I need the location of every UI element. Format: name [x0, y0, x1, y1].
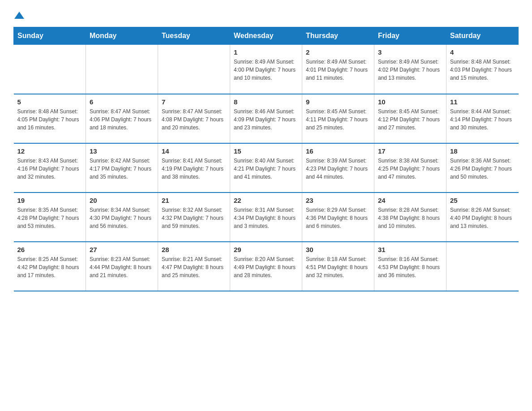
day-number: 13 [90, 147, 154, 155]
day-info: Sunrise: 8:41 AM Sunset: 4:19 PM Dayligh… [162, 157, 226, 181]
calendar-cell: 7Sunrise: 8:47 AM Sunset: 4:08 PM Daylig… [158, 94, 230, 143]
day-number: 25 [450, 197, 515, 204]
calendar-cell: 13Sunrise: 8:42 AM Sunset: 4:17 PM Dayli… [86, 143, 158, 193]
col-header-thursday: Thursday [302, 27, 374, 45]
day-info: Sunrise: 8:20 AM Sunset: 4:49 PM Dayligh… [234, 255, 298, 279]
calendar-cell: 22Sunrise: 8:31 AM Sunset: 4:34 PM Dayli… [230, 193, 302, 242]
col-header-saturday: Saturday [446, 27, 519, 45]
calendar-cell: 2Sunrise: 8:49 AM Sunset: 4:01 PM Daylig… [302, 45, 374, 94]
day-number: 15 [234, 147, 298, 155]
calendar-cell: 1Sunrise: 8:49 AM Sunset: 4:00 PM Daylig… [230, 45, 302, 94]
day-info: Sunrise: 8:32 AM Sunset: 4:32 PM Dayligh… [162, 206, 226, 230]
day-number: 31 [378, 246, 442, 253]
week-row-4: 19Sunrise: 8:35 AM Sunset: 4:28 PM Dayli… [14, 193, 519, 242]
calendar-cell: 24Sunrise: 8:28 AM Sunset: 4:38 PM Dayli… [374, 193, 446, 242]
calendar-cell: 9Sunrise: 8:45 AM Sunset: 4:11 PM Daylig… [302, 94, 374, 143]
day-number: 20 [90, 197, 154, 204]
day-info: Sunrise: 8:36 AM Sunset: 4:26 PM Dayligh… [450, 157, 515, 181]
calendar-cell: 11Sunrise: 8:44 AM Sunset: 4:14 PM Dayli… [446, 94, 519, 143]
calendar-cell: 5Sunrise: 8:48 AM Sunset: 4:05 PM Daylig… [14, 94, 86, 143]
day-info: Sunrise: 8:26 AM Sunset: 4:40 PM Dayligh… [450, 206, 515, 230]
calendar-cell: 19Sunrise: 8:35 AM Sunset: 4:28 PM Dayli… [14, 193, 86, 242]
day-number: 2 [306, 48, 370, 56]
day-info: Sunrise: 8:49 AM Sunset: 4:02 PM Dayligh… [378, 58, 442, 82]
day-number: 11 [450, 98, 515, 106]
day-number: 22 [234, 197, 298, 204]
day-number: 21 [162, 197, 226, 204]
calendar-cell: 17Sunrise: 8:38 AM Sunset: 4:25 PM Dayli… [374, 143, 446, 193]
day-info: Sunrise: 8:47 AM Sunset: 4:06 PM Dayligh… [90, 107, 154, 132]
day-info: Sunrise: 8:49 AM Sunset: 4:01 PM Dayligh… [306, 58, 370, 82]
day-info: Sunrise: 8:47 AM Sunset: 4:08 PM Dayligh… [162, 107, 226, 132]
calendar-cell: 8Sunrise: 8:46 AM Sunset: 4:09 PM Daylig… [230, 94, 302, 143]
day-number: 26 [17, 246, 82, 253]
calendar-cell [446, 242, 519, 291]
day-info: Sunrise: 8:43 AM Sunset: 4:16 PM Dayligh… [17, 157, 82, 181]
calendar-cell: 26Sunrise: 8:25 AM Sunset: 4:42 PM Dayli… [14, 242, 86, 291]
col-header-sunday: Sunday [14, 27, 86, 45]
day-info: Sunrise: 8:42 AM Sunset: 4:17 PM Dayligh… [90, 157, 154, 181]
day-info: Sunrise: 8:34 AM Sunset: 4:30 PM Dayligh… [90, 206, 154, 230]
calendar-cell: 25Sunrise: 8:26 AM Sunset: 4:40 PM Dayli… [446, 193, 519, 242]
day-info: Sunrise: 8:40 AM Sunset: 4:21 PM Dayligh… [234, 157, 298, 181]
calendar-cell: 16Sunrise: 8:39 AM Sunset: 4:23 PM Dayli… [302, 143, 374, 193]
col-header-monday: Monday [86, 27, 158, 45]
day-number: 10 [378, 98, 442, 106]
day-number: 7 [162, 98, 226, 106]
calendar-cell: 18Sunrise: 8:36 AM Sunset: 4:26 PM Dayli… [446, 143, 519, 193]
day-info: Sunrise: 8:31 AM Sunset: 4:34 PM Dayligh… [234, 206, 298, 230]
calendar-cell: 30Sunrise: 8:18 AM Sunset: 4:51 PM Dayli… [302, 242, 374, 291]
calendar-cell: 14Sunrise: 8:41 AM Sunset: 4:19 PM Dayli… [158, 143, 230, 193]
day-info: Sunrise: 8:46 AM Sunset: 4:09 PM Dayligh… [234, 107, 298, 132]
calendar-header: SundayMondayTuesdayWednesdayThursdayFrid… [14, 27, 519, 45]
day-info: Sunrise: 8:39 AM Sunset: 4:23 PM Dayligh… [306, 157, 370, 181]
calendar-cell: 12Sunrise: 8:43 AM Sunset: 4:16 PM Dayli… [14, 143, 86, 193]
calendar-table: SundayMondayTuesdayWednesdayThursdayFrid… [13, 27, 519, 291]
day-number: 16 [306, 147, 370, 155]
calendar-cell: 3Sunrise: 8:49 AM Sunset: 4:02 PM Daylig… [374, 45, 446, 94]
day-info: Sunrise: 8:23 AM Sunset: 4:44 PM Dayligh… [90, 255, 154, 279]
day-number: 9 [306, 98, 370, 106]
page-header [13, 9, 519, 18]
day-number: 3 [378, 48, 442, 56]
day-info: Sunrise: 8:48 AM Sunset: 4:05 PM Dayligh… [17, 107, 82, 132]
calendar-cell: 31Sunrise: 8:16 AM Sunset: 4:53 PM Dayli… [374, 242, 446, 291]
calendar-cell: 27Sunrise: 8:23 AM Sunset: 4:44 PM Dayli… [86, 242, 158, 291]
calendar-cell: 28Sunrise: 8:21 AM Sunset: 4:47 PM Dayli… [158, 242, 230, 291]
day-number: 19 [17, 197, 82, 204]
day-number: 6 [90, 98, 154, 106]
day-number: 30 [306, 246, 370, 253]
day-info: Sunrise: 8:38 AM Sunset: 4:25 PM Dayligh… [378, 157, 442, 181]
day-number: 1 [234, 48, 298, 56]
day-info: Sunrise: 8:35 AM Sunset: 4:28 PM Dayligh… [17, 206, 82, 230]
calendar-cell: 21Sunrise: 8:32 AM Sunset: 4:32 PM Dayli… [158, 193, 230, 242]
day-number: 14 [162, 147, 226, 155]
day-info: Sunrise: 8:29 AM Sunset: 4:36 PM Dayligh… [306, 206, 370, 230]
calendar-cell: 20Sunrise: 8:34 AM Sunset: 4:30 PM Dayli… [86, 193, 158, 242]
svg-marker-0 [14, 12, 24, 19]
day-info: Sunrise: 8:28 AM Sunset: 4:38 PM Dayligh… [378, 206, 442, 230]
day-info: Sunrise: 8:21 AM Sunset: 4:47 PM Dayligh… [162, 255, 226, 279]
logo-triangle-icon [14, 11, 24, 20]
col-header-friday: Friday [374, 27, 446, 45]
day-info: Sunrise: 8:48 AM Sunset: 4:03 PM Dayligh… [450, 58, 515, 82]
day-number: 18 [450, 147, 515, 155]
day-info: Sunrise: 8:44 AM Sunset: 4:14 PM Dayligh… [450, 107, 515, 132]
calendar-cell [86, 45, 158, 94]
day-number: 27 [90, 246, 154, 253]
col-header-wednesday: Wednesday [230, 27, 302, 45]
day-number: 8 [234, 98, 298, 106]
logo [13, 9, 24, 18]
day-number: 28 [162, 246, 226, 253]
calendar-cell: 15Sunrise: 8:40 AM Sunset: 4:21 PM Dayli… [230, 143, 302, 193]
day-number: 17 [378, 147, 442, 155]
day-number: 5 [17, 98, 82, 106]
day-info: Sunrise: 8:18 AM Sunset: 4:51 PM Dayligh… [306, 255, 370, 279]
calendar-cell [158, 45, 230, 94]
calendar-cell [14, 45, 86, 94]
day-number: 4 [450, 48, 515, 56]
day-info: Sunrise: 8:16 AM Sunset: 4:53 PM Dayligh… [378, 255, 442, 279]
day-info: Sunrise: 8:45 AM Sunset: 4:12 PM Dayligh… [378, 107, 442, 132]
day-number: 29 [234, 246, 298, 253]
day-number: 12 [17, 147, 82, 155]
